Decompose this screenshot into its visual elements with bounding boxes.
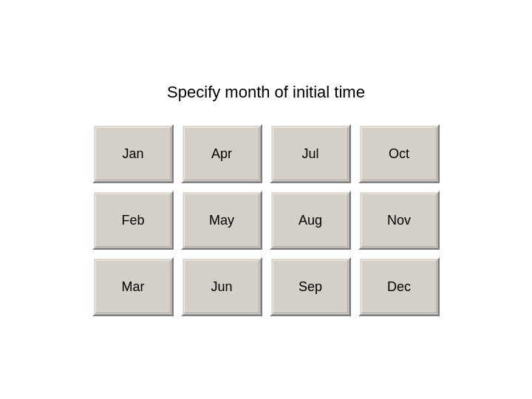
month-button-sep[interactable]: Sep (270, 257, 351, 316)
month-button-aug[interactable]: Aug (270, 191, 351, 250)
month-button-mar[interactable]: Mar (92, 257, 174, 316)
month-button-oct[interactable]: Oct (358, 124, 440, 183)
month-button-nov[interactable]: Nov (358, 191, 440, 250)
month-button-dec[interactable]: Dec (358, 257, 440, 316)
month-button-jul[interactable]: Jul (270, 124, 351, 183)
month-button-may[interactable]: May (181, 191, 262, 250)
month-button-jan[interactable]: Jan (92, 124, 174, 183)
page-title: Specify month of initial time (167, 83, 365, 102)
month-button-feb[interactable]: Feb (92, 191, 174, 250)
month-button-jun[interactable]: Jun (181, 257, 262, 316)
month-grid: JanAprJulOctFebMayAugNovMarJunSepDec (92, 124, 440, 316)
month-button-apr[interactable]: Apr (181, 124, 262, 183)
